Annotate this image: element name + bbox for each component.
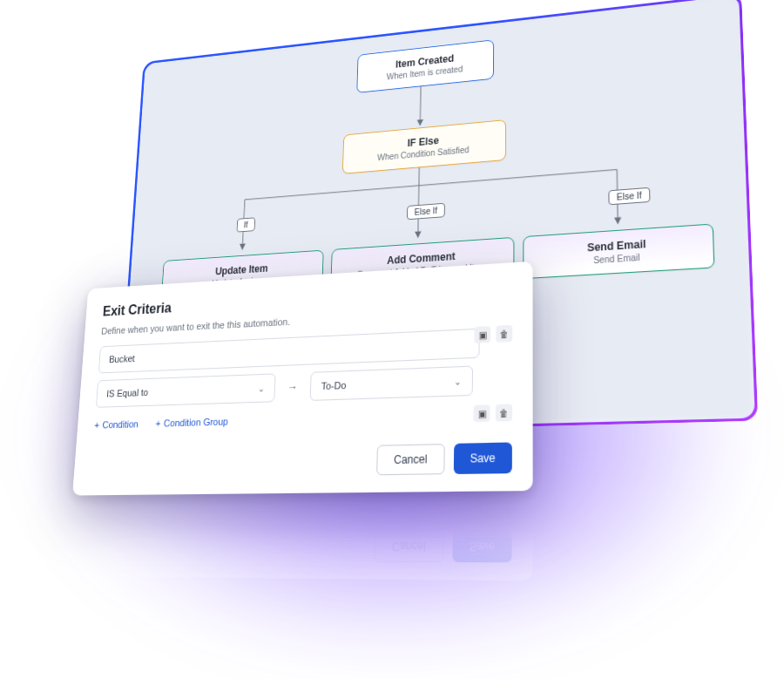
trash-icon[interactable]: 🗑 [496, 325, 512, 343]
branch-badge-elseif-2: Else If [608, 187, 650, 206]
add-condition-label: Condition [102, 418, 139, 430]
action-2-title: Send Email [536, 234, 700, 257]
node-condition[interactable]: IF Else When Condition Satisfied [342, 119, 506, 174]
plus-icon: + [155, 418, 161, 429]
chevron-down-icon: ⌄ [454, 376, 461, 386]
cancel-button-reflection: Cancel [375, 531, 443, 562]
add-condition-group-button[interactable]: + Condition Group [155, 416, 228, 429]
group-toolbox-top: ▣ 🗑 [474, 325, 512, 343]
plus-icon: + [94, 420, 100, 431]
save-button-reflection: Save [452, 531, 512, 563]
add-condition-reflection: + Condition [88, 502, 133, 513]
collapse-icon[interactable]: ▣ [474, 326, 490, 343]
perspective-stage: Item Created When Item is created IF Els… [0, 0, 784, 679]
action-2-sub: Send Email [536, 248, 700, 268]
svg-line-0 [420, 85, 421, 123]
group-toolbox-bottom: ▣ 🗑 [473, 404, 512, 422]
branch-badge-elseif-1: Else If [407, 203, 445, 221]
modal-reflection: Cancel Save + Condition + Condition Grou… [66, 489, 533, 581]
trash-icon[interactable]: 🗑 [496, 404, 512, 421]
chevron-down-icon: ⌄ [258, 384, 265, 394]
node-trigger[interactable]: Item Created When Item is created [356, 39, 494, 93]
svg-marker-5 [240, 244, 246, 251]
value-select-value: To-Do [321, 380, 347, 392]
branch-badge-if: If [237, 217, 255, 232]
collapse-icon[interactable]: ▣ [473, 404, 490, 422]
svg-line-8 [617, 170, 618, 221]
svg-marker-9 [614, 217, 621, 224]
arrow-right-icon: → [283, 377, 302, 397]
modal-actions: Cancel Save [91, 442, 512, 479]
svg-marker-1 [417, 119, 423, 126]
add-group-label: Condition Group [164, 416, 228, 428]
svg-marker-7 [415, 231, 422, 238]
save-button[interactable]: Save [453, 442, 512, 474]
tilted-panel: Item Created When Item is created IF Els… [119, 0, 756, 443]
node-action-send-email[interactable]: Send Email Send Email [523, 223, 714, 279]
add-row: + Condition + Condition Group ▣ 🗑 [94, 408, 512, 431]
cancel-button[interactable]: Cancel [376, 444, 444, 475]
svg-line-3 [245, 170, 617, 200]
add-condition-button[interactable]: + Condition [94, 418, 139, 430]
value-select[interactable]: To-Do ⌄ [310, 366, 474, 401]
add-group-reflection: + Condition Group [150, 501, 224, 513]
